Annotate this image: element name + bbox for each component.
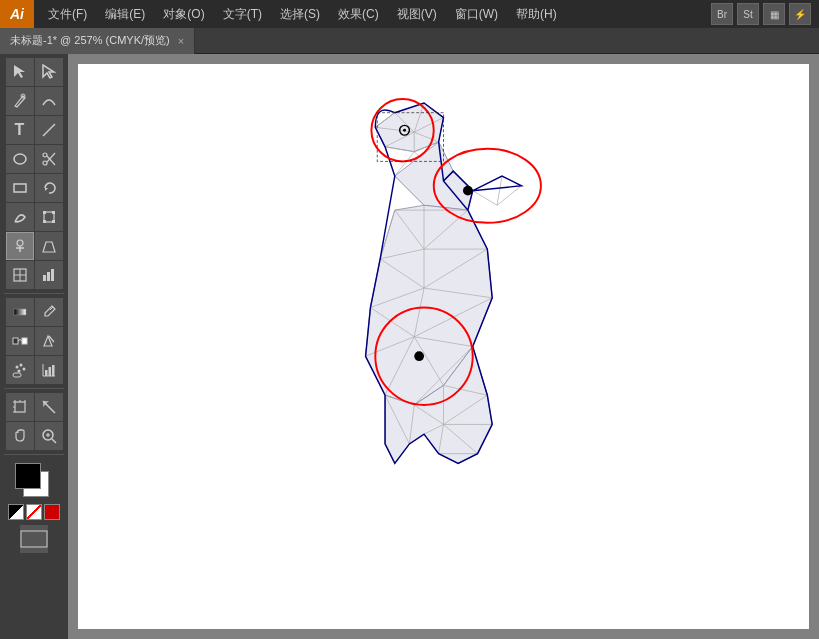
curvature-tool[interactable] xyxy=(35,87,63,115)
svg-marker-1 xyxy=(43,65,54,78)
svg-rect-39 xyxy=(52,365,55,376)
svg-rect-38 xyxy=(48,367,51,376)
svg-point-6 xyxy=(43,161,47,165)
toolbar: T xyxy=(0,54,68,639)
svg-point-32 xyxy=(22,368,25,371)
mesh-body xyxy=(366,99,541,463)
column-graph-tool[interactable] xyxy=(35,356,63,384)
screen-mode-btn[interactable] xyxy=(20,525,48,553)
svg-point-146 xyxy=(414,351,424,361)
artwork-svg xyxy=(78,64,809,629)
transform-tools xyxy=(6,174,63,202)
slice-tool[interactable] xyxy=(35,393,63,421)
gradient-tool[interactable] xyxy=(6,298,34,326)
tab-close-button[interactable]: × xyxy=(178,35,184,47)
puppet-tools xyxy=(6,232,63,260)
mesh-tool[interactable] xyxy=(6,261,34,289)
menu-item[interactable]: 效果(C) xyxy=(330,4,387,25)
perspective-tool[interactable] xyxy=(35,232,63,260)
direct-select-tool[interactable] xyxy=(35,58,63,86)
warp-tool[interactable] xyxy=(6,203,34,231)
blend-tool[interactable] xyxy=(6,327,34,355)
gradient-tools xyxy=(6,298,63,326)
svg-rect-53 xyxy=(21,531,47,547)
pen-tool[interactable] xyxy=(6,87,34,115)
svg-rect-28 xyxy=(13,338,18,344)
free-transform-tool[interactable] xyxy=(35,203,63,231)
svg-line-3 xyxy=(43,124,55,136)
svg-rect-24 xyxy=(47,272,50,281)
menu-item[interactable]: 编辑(E) xyxy=(97,4,153,25)
svg-rect-13 xyxy=(52,211,55,214)
svg-point-145 xyxy=(463,186,473,196)
warp-tools xyxy=(6,203,63,231)
symbol-tools xyxy=(6,356,63,384)
tab-bar: 未标题-1* @ 257% (CMYK/预览) × xyxy=(0,28,819,54)
svg-rect-25 xyxy=(51,269,54,281)
color-swatches xyxy=(8,463,60,520)
separator-3 xyxy=(4,454,64,455)
svg-rect-23 xyxy=(43,275,46,281)
mesh-lines xyxy=(366,103,522,463)
scissors-tool[interactable] xyxy=(35,145,63,173)
main-layout: T xyxy=(0,54,819,639)
type-tools: T xyxy=(6,116,63,144)
select-tool[interactable] xyxy=(6,58,34,86)
menu-item[interactable]: 视图(V) xyxy=(389,4,445,25)
rect-tool[interactable] xyxy=(6,174,34,202)
svg-rect-37 xyxy=(45,370,48,376)
menu-bar: Ai 文件(F)编辑(E)对象(O)文字(T)选择(S)效果(C)视图(V)窗口… xyxy=(0,0,819,28)
color-swatch[interactable] xyxy=(44,504,60,520)
menu-item[interactable]: 文件(F) xyxy=(40,4,95,25)
shape-tools xyxy=(6,145,63,173)
live-paint-tool[interactable] xyxy=(35,327,63,355)
svg-rect-26 xyxy=(14,309,26,315)
menu-item[interactable]: 窗口(W) xyxy=(447,4,506,25)
svg-rect-14 xyxy=(43,220,46,223)
svg-rect-12 xyxy=(43,211,46,214)
fill-swatch[interactable] xyxy=(15,463,41,489)
ellipse-tool[interactable] xyxy=(6,145,34,173)
svg-marker-80 xyxy=(395,142,473,210)
canvas-area[interactable] xyxy=(68,54,819,639)
svg-point-33 xyxy=(17,370,20,373)
artboard-tools xyxy=(6,393,63,421)
svg-rect-15 xyxy=(52,220,55,223)
svg-point-5 xyxy=(43,153,47,157)
separator-2 xyxy=(4,388,64,389)
none-swatch[interactable] xyxy=(26,504,42,520)
svg-point-4 xyxy=(14,154,26,164)
menu-item[interactable]: 选择(S) xyxy=(272,4,328,25)
rotate-tool[interactable] xyxy=(35,174,63,202)
type-tool[interactable]: T xyxy=(6,116,34,144)
options-button[interactable]: ⚡ xyxy=(789,3,811,25)
svg-line-137 xyxy=(497,176,502,205)
fill-stroke-swatches[interactable] xyxy=(15,463,53,499)
workspace-button[interactable]: ▦ xyxy=(763,3,785,25)
ai-logo: Ai xyxy=(0,0,34,28)
svg-rect-40 xyxy=(15,402,25,412)
small-swatches xyxy=(8,504,60,520)
svg-marker-19 xyxy=(43,242,55,252)
puppet-warp-tool[interactable] xyxy=(6,232,34,260)
menu-item[interactable]: 对象(O) xyxy=(155,4,212,25)
hand-tool[interactable] xyxy=(6,422,34,450)
svg-line-136 xyxy=(473,191,497,206)
active-tab[interactable]: 未标题-1* @ 257% (CMYK/预览) × xyxy=(0,28,195,54)
artboard-tool[interactable] xyxy=(6,393,34,421)
default-colors-btn[interactable] xyxy=(8,504,24,520)
eyedropper-tool[interactable] xyxy=(35,298,63,326)
svg-rect-9 xyxy=(14,184,26,192)
line-tool[interactable] xyxy=(35,116,63,144)
stock-button[interactable]: St xyxy=(737,3,759,25)
bridge-button[interactable]: Br xyxy=(711,3,733,25)
svg-rect-34 xyxy=(13,373,21,377)
zoom-tool[interactable] xyxy=(35,422,63,450)
svg-point-31 xyxy=(19,364,22,367)
menu-item[interactable]: 帮助(H) xyxy=(508,4,565,25)
symbol-sprayer[interactable] xyxy=(6,356,34,384)
chart-tool[interactable] xyxy=(35,261,63,289)
tab-title: 未标题-1* @ 257% (CMYK/预览) xyxy=(10,33,170,48)
menu-item[interactable]: 文字(T) xyxy=(215,4,270,25)
menu-right: Br St ▦ ⚡ xyxy=(711,3,819,25)
